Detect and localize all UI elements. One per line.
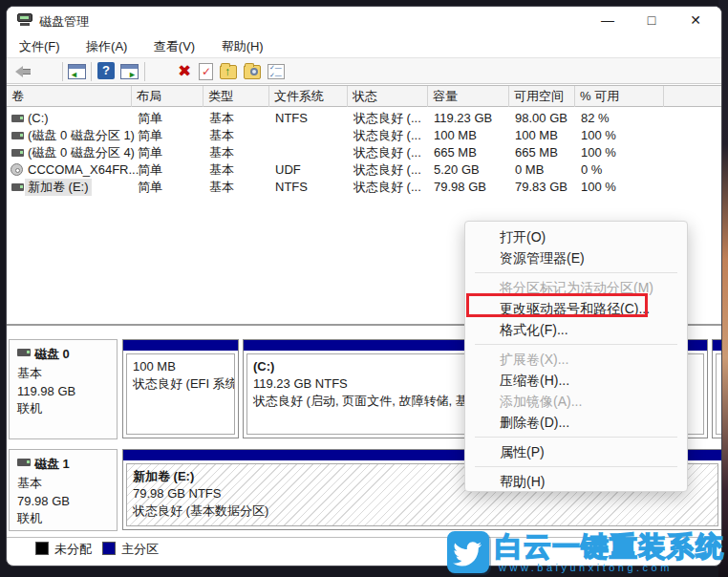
cell-pct: 82 % bbox=[581, 110, 610, 127]
cell-volume: (磁盘 0 磁盘分区 4) bbox=[28, 144, 135, 161]
explore-folder-icon[interactable] bbox=[244, 62, 263, 81]
primary-partition-color-swatch bbox=[102, 542, 116, 555]
cell-fs: NTFS bbox=[275, 110, 308, 127]
disk0-type: 基本 bbox=[10, 364, 117, 383]
column-header-layout[interactable]: 布局 bbox=[132, 86, 203, 107]
cell-type: 基本 bbox=[209, 161, 234, 179]
menu-item-add-mirror: 添加镜像(A)... bbox=[465, 391, 687, 412]
column-header-fs[interactable]: 文件系统 bbox=[269, 86, 348, 107]
menu-item-format[interactable]: 格式化(F)... bbox=[465, 319, 687, 340]
cell-status: 状态良好 (... bbox=[353, 127, 421, 144]
column-header-volume[interactable]: 卷 bbox=[7, 86, 132, 107]
partition-status: 状态良好 (基本数据分区) bbox=[133, 502, 717, 520]
red-annotation-rectangle bbox=[466, 293, 648, 317]
column-header-free[interactable]: 可用空间 bbox=[509, 86, 575, 107]
menu-item-extend-volume: 扩展卷(X)... bbox=[465, 349, 687, 370]
cell-capacity: 665 MB bbox=[434, 144, 477, 161]
menu-view[interactable]: 查看(V) bbox=[144, 34, 204, 59]
menu-item-help[interactable]: 帮助(H) bbox=[465, 471, 687, 492]
partition-size: 100 MB bbox=[133, 358, 234, 375]
drive-icon bbox=[11, 132, 24, 139]
cell-status: 状态良好 (... bbox=[353, 110, 421, 127]
menu-action[interactable]: 操作(A) bbox=[76, 34, 137, 59]
cell-capacity: 79.98 GB bbox=[434, 179, 486, 196]
disk1-type: 基本 bbox=[10, 474, 117, 493]
disk0-name: 磁盘 0 bbox=[10, 340, 117, 364]
volume-row-partition1[interactable]: (磁盘 0 磁盘分区 1) 简单 基本 状态良好 (... 100 MB 100… bbox=[7, 127, 722, 144]
column-header-status[interactable]: 状态 bbox=[348, 86, 428, 107]
disk0-label-box[interactable]: 磁盘 0 基本 119.98 GB 联机 bbox=[9, 339, 118, 439]
cell-type: 基本 bbox=[209, 144, 234, 161]
legend-unallocated: 未分配 bbox=[35, 541, 92, 558]
menu-separator bbox=[475, 437, 677, 438]
cell-layout: 简单 bbox=[138, 110, 162, 127]
cell-free: 665 MB bbox=[515, 144, 558, 161]
drive-icon bbox=[11, 115, 24, 122]
cell-layout: 简单 bbox=[138, 179, 162, 196]
maximize-button[interactable]: □ bbox=[630, 7, 674, 34]
volume-list-header: 卷 布局 类型 文件系统 状态 容量 可用空间 % 可用 bbox=[7, 85, 722, 107]
column-header-pct[interactable]: % 可用 bbox=[575, 86, 664, 107]
show-console-tree-icon[interactable]: ◄ bbox=[68, 62, 87, 81]
cell-capacity: 119.23 GB bbox=[434, 110, 492, 127]
cell-free: 79.83 GB bbox=[515, 179, 567, 196]
disk0-size: 119.98 GB bbox=[10, 383, 117, 399]
toolbar-separator bbox=[144, 62, 145, 81]
open-folder-icon[interactable]: ↑ bbox=[220, 62, 239, 81]
properties-list-icon[interactable] bbox=[268, 62, 287, 81]
menu-separator bbox=[475, 272, 677, 273]
disk-icon bbox=[17, 459, 31, 466]
toolbar-separator bbox=[62, 62, 63, 81]
volume-row-partition4[interactable]: (磁盘 0 磁盘分区 4) 简单 基本 状态良好 (... 665 MB 665… bbox=[7, 144, 722, 161]
legend-primary: 主分区 bbox=[102, 541, 159, 558]
title-bar: 磁盘管理 — □ ✕ bbox=[7, 7, 721, 34]
menu-help[interactable]: 帮助(H) bbox=[212, 34, 273, 59]
column-header-capacity[interactable]: 容量 bbox=[428, 86, 509, 107]
cell-volume: (C:) bbox=[28, 110, 49, 127]
drive-icon bbox=[11, 183, 24, 191]
show-action-pane-icon[interactable]: ► bbox=[120, 62, 139, 81]
menu-item-explorer[interactable]: 资源管理器(E) bbox=[465, 247, 687, 268]
cell-free: 98.00 GB bbox=[515, 110, 567, 127]
close-button[interactable]: ✕ bbox=[674, 7, 717, 34]
cell-status: 状态良好 (... bbox=[353, 179, 421, 196]
cell-fs: NTFS bbox=[275, 179, 308, 196]
disk1-status: 联机 bbox=[10, 509, 117, 528]
app-icon bbox=[17, 13, 32, 27]
watermark: 白云一键重装系统 www.baiyunxitong.com bbox=[447, 531, 724, 577]
cell-layout: 简单 bbox=[138, 127, 162, 144]
menu-item-properties[interactable]: 属性(P) bbox=[465, 441, 687, 462]
disk-icon bbox=[17, 349, 31, 356]
cell-pct: 100 % bbox=[581, 144, 616, 161]
window-title: 磁盘管理 bbox=[39, 13, 89, 31]
menu-file[interactable]: 文件(F) bbox=[10, 34, 70, 59]
cell-status: 状态良好 (... bbox=[353, 161, 421, 179]
screenshot-stage: 磁盘管理 — □ ✕ 文件(F) 操作(A) 查看(V) 帮助(H) ◄ ? ►… bbox=[0, 0, 728, 577]
cell-layout: 简单 bbox=[138, 144, 162, 161]
menu-item-open[interactable]: 打开(O) bbox=[465, 226, 687, 247]
disk0-status: 联机 bbox=[10, 399, 117, 418]
back-icon[interactable] bbox=[14, 62, 33, 81]
volume-row-e-selected[interactable]: 新加卷 (E:) 简单 基本 NTFS 状态良好 (... 79.98 GB 7… bbox=[7, 179, 722, 196]
partition-recovery-clipped[interactable] bbox=[712, 339, 722, 438]
cell-pct: 100 % bbox=[581, 127, 616, 144]
help-icon[interactable]: ? bbox=[97, 62, 115, 79]
cell-type: 基本 bbox=[209, 179, 234, 196]
delete-volume-icon[interactable]: ✖ bbox=[175, 62, 194, 81]
column-header-type[interactable]: 类型 bbox=[203, 86, 269, 107]
disk1-name: 磁盘 1 bbox=[10, 450, 117, 474]
minimize-button[interactable]: — bbox=[586, 7, 630, 34]
cell-type: 基本 bbox=[209, 110, 234, 127]
bird-icon bbox=[447, 531, 489, 573]
cell-pct: 100 % bbox=[581, 179, 616, 196]
menu-bar: 文件(F) 操作(A) 查看(V) 帮助(H) bbox=[7, 34, 721, 57]
partition-efi[interactable]: 100 MB 状态良好 (EFI 系统分 bbox=[122, 339, 239, 438]
volume-row-c[interactable]: (C:) 简单 基本 NTFS 状态良好 (... 119.23 GB 98.0… bbox=[7, 110, 722, 127]
cell-fs: UDF bbox=[275, 161, 301, 179]
check-document-icon[interactable] bbox=[197, 62, 216, 81]
disk1-label-box[interactable]: 磁盘 1 基本 79.98 GB 联机 bbox=[9, 449, 118, 531]
menu-item-delete-volume[interactable]: 删除卷(D)... bbox=[465, 412, 687, 433]
volume-row-cdrom[interactable]: CCCOMA_X64FR... 简单 基本 UDF 状态良好 (... 5.20… bbox=[7, 161, 722, 179]
menu-item-shrink-volume[interactable]: 压缩卷(H)... bbox=[465, 370, 687, 391]
cell-capacity: 5.20 GB bbox=[434, 161, 480, 179]
